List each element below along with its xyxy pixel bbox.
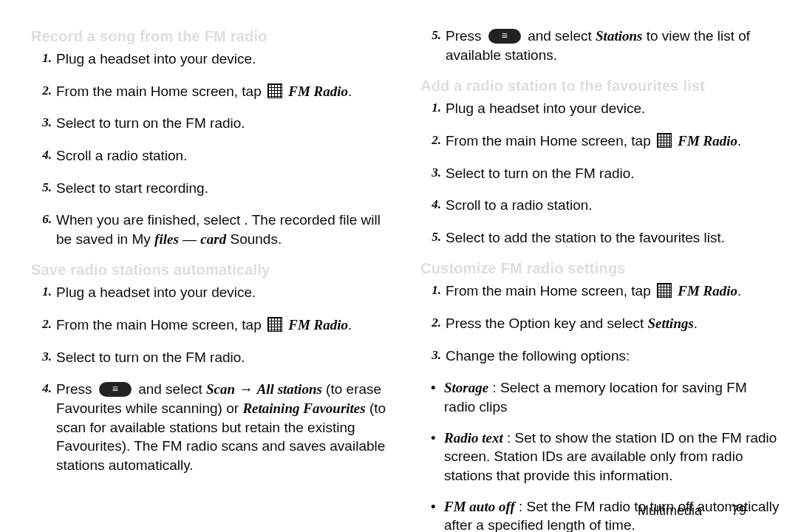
step: Select to add the station to the favouri… bbox=[434, 228, 780, 248]
emphasis: All stations bbox=[257, 381, 322, 397]
step: Plug a headset into your device. bbox=[434, 99, 780, 118]
apps-grid-icon bbox=[657, 133, 672, 148]
apps-grid-icon bbox=[657, 283, 672, 298]
page-footer: Multimedia 79 bbox=[638, 503, 746, 519]
apps-grid-icon bbox=[267, 317, 282, 332]
option-key-icon bbox=[488, 29, 521, 44]
emphasis: Retaining Favourites bbox=[242, 400, 365, 416]
step: Plug a headset into your device. bbox=[44, 283, 391, 302]
heading-record: Record a song from the FM radio bbox=[31, 28, 391, 45]
emphasis: Stations bbox=[596, 28, 642, 44]
right-column: Press and select Stations to view the li… bbox=[420, 22, 780, 532]
step: From the main Home screen, tap FM Radio. bbox=[434, 132, 780, 151]
step: Select to turn on the FM radio. bbox=[44, 114, 391, 133]
emphasis: FM Radio bbox=[678, 133, 737, 149]
continued-steps: Press and select Stations to view the li… bbox=[420, 27, 780, 64]
option-key-icon bbox=[99, 382, 132, 397]
emphasis: FM Radio bbox=[288, 317, 348, 332]
step: Select to turn on the FM radio. bbox=[434, 164, 780, 183]
option-item: Radio text : Set to show the station ID … bbox=[438, 429, 780, 485]
emphasis: files bbox=[154, 231, 179, 247]
save-steps: Plug a headset into your device.From the… bbox=[31, 283, 391, 474]
step: When you are finished, select . The reco… bbox=[44, 211, 391, 248]
emphasis: Settings bbox=[648, 316, 694, 331]
heading-save: Save radio stations automatically bbox=[31, 262, 391, 279]
heading-customize: Customize FM radio settings bbox=[420, 260, 780, 277]
step: Press and select Stations to view the li… bbox=[434, 27, 780, 64]
record-steps: Plug a headset into your device.From the… bbox=[31, 50, 391, 248]
emphasis: Scan bbox=[206, 381, 235, 397]
emphasis: Radio text bbox=[444, 430, 503, 446]
step: From the main Home screen, tap FM Radio. bbox=[434, 282, 780, 301]
step: Press and select Scan → All stations (to… bbox=[44, 380, 391, 474]
step: Scroll to a radio station. bbox=[434, 196, 780, 215]
customize-steps: From the main Home screen, tap FM Radio.… bbox=[420, 282, 780, 365]
step: Scroll a radio station. bbox=[44, 146, 391, 166]
step: Press the Option key and select Settings… bbox=[434, 314, 780, 333]
step: From the main Home screen, tap FM Radio. bbox=[44, 82, 391, 101]
left-column: Record a song from the FM radio Plug a h… bbox=[31, 22, 391, 532]
step: Change the following options: bbox=[434, 347, 780, 366]
emphasis: FM Radio bbox=[678, 283, 737, 299]
step: From the main Home screen, tap FM Radio. bbox=[44, 316, 391, 335]
step: Select to turn on the FM radio. bbox=[44, 348, 391, 367]
apps-grid-icon bbox=[267, 83, 282, 98]
emphasis: Storage bbox=[444, 380, 488, 395]
page: Record a song from the FM radio Plug a h… bbox=[0, 0, 798, 532]
step: Plug a headset into your device. bbox=[44, 50, 391, 69]
step: Select to start recording. bbox=[44, 179, 391, 198]
option-item: Storage : Select a memory location for s… bbox=[438, 378, 780, 416]
footer-page: 79 bbox=[732, 503, 746, 519]
emphasis: FM auto off bbox=[444, 499, 515, 514]
emphasis: card bbox=[200, 231, 226, 247]
heading-add: Add a radio station to the favourites li… bbox=[420, 78, 780, 95]
footer-section: Multimedia bbox=[638, 503, 702, 519]
add-steps: Plug a headset into your device.From the… bbox=[420, 99, 780, 247]
emphasis: FM Radio bbox=[288, 83, 348, 99]
